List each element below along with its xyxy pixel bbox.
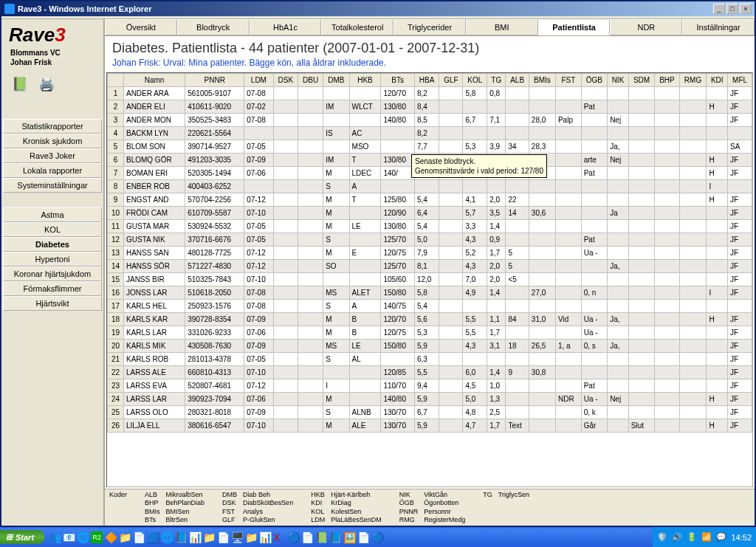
cell-HBA[interactable]: 6,3 <box>414 353 439 366</box>
cell-SDM[interactable] <box>628 233 654 247</box>
cell-BMIs[interactable] <box>529 406 555 419</box>
cell-HBA[interactable]: 8,1 <box>414 260 439 273</box>
table-row[interactable]: 24LARSS LAR390923-709407-06M140/805,95,0… <box>108 393 752 406</box>
cell-HKB[interactable]: ALNB <box>349 406 381 419</box>
cell-TG[interactable] <box>487 300 506 313</box>
cell-NIK[interactable] <box>608 419 629 433</box>
cell-TG[interactable]: 1,4 <box>487 286 506 300</box>
cell-LDM[interactable]: 07-12 <box>244 247 273 260</box>
cell-FST[interactable] <box>555 100 581 114</box>
cell-DMB[interactable]: MS <box>323 340 349 353</box>
cell-Namn[interactable]: KARLS ROB <box>123 353 185 366</box>
cell-BHP[interactable] <box>655 300 679 313</box>
cell-HBA[interactable]: 5,4 <box>414 300 439 313</box>
cell-Namn[interactable]: ANDER ARA <box>123 87 185 100</box>
cell-TG[interactable]: 1,7 <box>487 419 506 433</box>
table-row[interactable]: 19KARLS LAR331026-923307-06MB120/755,35,… <box>108 326 752 340</box>
cell-Namn[interactable]: ANDER MON <box>123 114 185 127</box>
start-button[interactable]: ⊞ Start <box>0 530 44 544</box>
cell-SDM[interactable] <box>628 353 654 366</box>
cell-HKB[interactable] <box>349 260 381 273</box>
cell-KDI[interactable] <box>707 114 728 127</box>
cell-PNNR[interactable]: 430508-7630 <box>185 340 244 353</box>
cell-ALB[interactable]: 22 <box>506 193 529 207</box>
cell-SDM[interactable] <box>628 260 654 273</box>
cell-BTs[interactable]: 150/80 <box>381 286 415 300</box>
cell-ALB[interactable] <box>506 326 529 340</box>
cell-TG[interactable] <box>487 353 506 366</box>
cell-KDI[interactable] <box>707 140 728 154</box>
cell-PNNR[interactable]: 530924-5532 <box>185 220 244 233</box>
cell-DSK[interactable] <box>273 87 298 100</box>
cell-ALB[interactable] <box>506 100 529 114</box>
cell-MFL[interactable]: JF <box>728 326 752 340</box>
cell-KOL[interactable]: 3,3 <box>463 220 487 233</box>
cell-LDM[interactable]: 07-05 <box>244 220 273 233</box>
cell-NIK[interactable] <box>608 247 629 260</box>
cell-DBU[interactable] <box>298 180 323 193</box>
cell-LDM[interactable]: 07-10 <box>244 207 273 220</box>
cell-ÖGB[interactable] <box>581 353 607 366</box>
tab-blodtryck[interactable]: Blodtryck <box>177 19 250 35</box>
cell-DBU[interactable] <box>298 127 323 140</box>
cell-SDM[interactable] <box>628 167 654 180</box>
cell-NIK[interactable] <box>608 167 629 180</box>
cell-TG[interactable] <box>487 180 506 193</box>
cell-DMB[interactable]: IM <box>323 154 349 167</box>
cell-BHP[interactable] <box>655 167 679 180</box>
cell-BHP[interactable] <box>655 154 679 167</box>
cell-DBU[interactable] <box>298 193 323 207</box>
cell-LDM[interactable] <box>244 180 273 193</box>
cell-TG[interactable]: 1,1 <box>487 313 506 326</box>
cell-ÖGB[interactable]: Ua - <box>581 393 607 406</box>
cell-ALB[interactable] <box>506 286 529 300</box>
cell-KDI[interactable] <box>707 260 728 273</box>
cell-HBA[interactable]: 5,9 <box>414 419 439 433</box>
cell-BTs[interactable]: 150/80 <box>381 340 415 353</box>
tray-icon[interactable]: 💬 <box>716 532 726 542</box>
cell-HKB[interactable]: T <box>349 193 381 207</box>
cell-BMIs[interactable] <box>529 233 555 247</box>
cell-DMB[interactable]: SO <box>323 260 349 273</box>
cell-PNNR[interactable]: 561005-9107 <box>185 87 244 100</box>
cell-BTs[interactable]: 130/80 <box>381 100 415 114</box>
quick-launch[interactable]: 👥📧🌐R2🔶📁📄🟦🌐📘📊📁📄🖥️📁📊X🔵📄📗📘🖼️📄🔵 <box>44 531 388 543</box>
cell-BMIs[interactable]: 30,8 <box>529 366 555 379</box>
cell-DMB[interactable]: S <box>323 180 349 193</box>
cell-BHP[interactable] <box>655 326 679 340</box>
cell-RMG[interactable] <box>679 300 707 313</box>
cell-FST[interactable] <box>555 273 581 286</box>
cell-HKB[interactable] <box>349 379 381 393</box>
cell-PNNR[interactable]: 390728-8354 <box>185 313 244 326</box>
cell-KOL[interactable]: 5,5 <box>463 326 487 340</box>
cell-MFL[interactable]: JF <box>728 393 752 406</box>
cell-BHP[interactable] <box>655 406 679 419</box>
cell-KDI[interactable] <box>707 340 728 353</box>
cell-Namn[interactable]: KARLS LAR <box>123 326 185 340</box>
cell-NIK[interactable]: Ja, <box>608 313 629 326</box>
cell-KOL[interactable]: 5,0 <box>463 393 487 406</box>
cell-DSK[interactable] <box>273 340 298 353</box>
table-row[interactable]: 14HANSS SÖR571227-483007-12SO125/708,14,… <box>108 260 752 273</box>
cell-RMG[interactable] <box>679 154 707 167</box>
cell-MFL[interactable]: JF <box>728 247 752 260</box>
cell-NIK[interactable]: Nej <box>608 114 629 127</box>
cell-Namn[interactable]: LILJA ELL <box>123 419 185 433</box>
cell-HBA[interactable]: 5,6 <box>414 313 439 326</box>
table-row[interactable]: 26LILJA ELL380616-654707-10MALE130/705,9… <box>108 419 752 433</box>
cell-HBA[interactable]: 7,9 <box>414 247 439 260</box>
cell-PNNR[interactable]: 400403-6252 <box>185 180 244 193</box>
cell-ÖGB[interactable]: arte <box>581 154 607 167</box>
table-row[interactable]: 5BLOM SON390714-952707-05MSO7,75,33,9342… <box>108 140 752 154</box>
cell-ÖGB[interactable]: Pat <box>581 167 607 180</box>
cell-PNNR[interactable]: 480128-7725 <box>185 247 244 260</box>
cell-BHP[interactable] <box>655 353 679 366</box>
cell-SDM[interactable]: Slut <box>628 419 654 433</box>
cell-KDI[interactable]: I <box>707 286 728 300</box>
cell-PNNR[interactable]: 571227-4830 <box>185 260 244 273</box>
table-row[interactable]: 13HANSS SAN480128-772507-12ME120/757,95,… <box>108 247 752 260</box>
col-header[interactable]: MFL <box>728 74 752 87</box>
cell-DBU[interactable] <box>298 167 323 180</box>
table-row[interactable]: 16JONSS LAR510618-205007-08MSALET150/805… <box>108 286 752 300</box>
cell-NIK[interactable]: Ja <box>608 207 629 220</box>
